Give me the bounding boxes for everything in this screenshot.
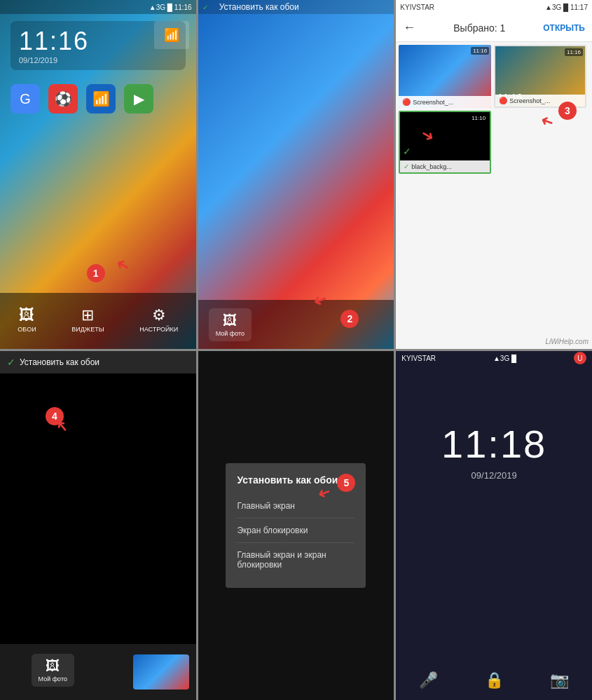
wifi-icon[interactable]: 📶 xyxy=(86,84,116,114)
settings-icon: ⚙ xyxy=(152,306,166,324)
tutorial-grid: ▲3G █ 11:16 11:16 09/12/2019 📶 G ⚽ 📶 ▶ 🖼… xyxy=(0,0,592,700)
carrier-label: KYIVSTAR xyxy=(401,355,436,362)
status-bar-6: KYIVSTAR ▲3G █ U xyxy=(396,351,592,365)
wallpaper-button[interactable]: 🖼 ОБОИ xyxy=(18,306,36,333)
preview-img-4 xyxy=(133,654,189,689)
bottom-bar-4: 🖼 Мой фото ✓ xyxy=(0,644,196,700)
lock-time: 11:18 xyxy=(396,421,592,467)
option-lock[interactable]: Экран блокировки xyxy=(237,519,354,543)
lock-bottom-icons: 🎤 🔒 📷 xyxy=(396,671,592,689)
step-badge-3: 3 xyxy=(558,102,577,120)
wallpaper-icon: 🖼 xyxy=(19,306,34,324)
watermark: LiWiHelp.com xyxy=(545,338,588,345)
settings-label: НАСТРОЙКИ xyxy=(139,326,178,333)
myfoto-label-4: Мой фото xyxy=(39,675,67,682)
open-button[interactable]: ОТКРЫТЬ xyxy=(543,23,585,33)
settings-button[interactable]: ⚙ НАСТРОЙКИ xyxy=(139,306,178,333)
status-bar-2: ✓ Установить как обои xyxy=(198,0,394,14)
cell-dialog: Установить как обои Главный экран Экран … xyxy=(198,351,394,700)
cell-black-preview: ✓ Установить как обои 🖼 Мой фото ✓ 4 ➜ xyxy=(0,351,196,700)
thumb-1[interactable]: 🔴 Screenshot_... 11:16 xyxy=(399,45,491,108)
checkmark-icon: ✓ xyxy=(202,4,208,11)
top-bar-text: Установить как обои xyxy=(219,2,299,12)
step-badge-1: 1 xyxy=(87,264,105,282)
checkmark-4: ✓ xyxy=(7,357,15,368)
widgets-button[interactable]: ⊞ ВИДЖЕТЫ xyxy=(71,306,104,333)
option-both[interactable]: Главный экран и экран блокировки xyxy=(237,543,354,577)
cell-wallpaper-chooser: ✓ Установить как обои 🖼 Мой фото 2 ➜ xyxy=(198,0,394,349)
status-icons-1: ▲3G █ 11:16 xyxy=(149,4,192,11)
clock-date: 09/12/2019 xyxy=(19,56,177,64)
arrow-1: ➜ xyxy=(111,254,133,277)
thumb-time-3: 11:10 xyxy=(469,114,488,122)
wallpaper-label: ОБОИ xyxy=(18,326,36,333)
myfoto-btn-4[interactable]: 🖼 Мой фото xyxy=(32,654,74,687)
bottom-panel-2: 🖼 Мой фото xyxy=(198,300,394,349)
status-icons-3: ▲3G █ 11:17 xyxy=(545,4,588,11)
thumb-label-1: 🔴 Screenshot_... xyxy=(399,96,491,108)
myfoto-button[interactable]: 🖼 Мой фото xyxy=(209,308,252,341)
lock-date: 09/12/2019 xyxy=(396,470,592,481)
camera-icon[interactable]: 📷 xyxy=(550,671,569,689)
pokemon-icon[interactable]: ⚽ xyxy=(48,84,78,114)
bottom-bar: 🖼 ОБОИ ⊞ ВИДЖЕТЫ ⚙ НАСТРОЙКИ xyxy=(0,293,196,349)
cell-lockscreen: KYIVSTAR ▲3G █ U 11:18 09/12/2019 🎤 🔒 📷 xyxy=(396,351,592,700)
gallery-title: Выбрано: 1 xyxy=(453,22,505,34)
thumb-label-3: ✓ black_backg... xyxy=(400,160,490,172)
myfoto-icon: 🖼 xyxy=(223,313,237,329)
top-text-4: Установить как обои xyxy=(20,357,99,367)
wifi-app-icon: 📶 xyxy=(154,21,189,49)
myfoto-label: Мой фото xyxy=(216,330,245,337)
carrier-3: KYIVSTAR xyxy=(400,4,434,11)
app-grid: G ⚽ 📶 ▶ xyxy=(11,84,153,114)
selected-checkmark: ✓ xyxy=(403,146,411,157)
status-icons-6: ▲3G █ xyxy=(493,355,516,362)
widgets-label: ВИДЖЕТЫ xyxy=(71,326,104,333)
option-home[interactable]: Главный экран xyxy=(237,494,354,519)
widgets-icon: ⊞ xyxy=(81,306,94,324)
status-bar-1: ▲3G █ 11:16 xyxy=(0,0,196,14)
google-icon[interactable]: G xyxy=(11,84,40,114)
lock-icon[interactable]: 🔒 xyxy=(485,671,504,689)
cell-homescreen: ▲3G █ 11:16 11:16 09/12/2019 📶 G ⚽ 📶 ▶ 🖼… xyxy=(0,0,196,349)
thumb-time-2: 11:16 xyxy=(565,48,583,56)
clock-time: 11:16 xyxy=(19,27,177,56)
user-avatar: U xyxy=(574,352,586,364)
preview-thumb-4 xyxy=(133,654,189,689)
thumb-2[interactable]: 11:16 🔴 Screenshot_... 11:16 xyxy=(494,45,586,108)
mic-icon[interactable]: 🎤 xyxy=(419,671,438,689)
playmarket-icon[interactable]: ▶ xyxy=(124,84,153,114)
back-button[interactable]: ← xyxy=(403,20,415,35)
myfoto-icon-4: 🖼 xyxy=(46,658,60,674)
status-bar-3: KYIVSTAR ▲3G █ 11:17 xyxy=(396,0,592,14)
top-bar-4: ✓ Установить как обои xyxy=(0,351,196,373)
thumb-3[interactable]: ➜ ✓ ✓ black_backg... 11:10 xyxy=(399,111,491,174)
cell-gallery: KYIVSTAR ▲3G █ 11:17 ← Выбрано: 1 ОТКРЫТ… xyxy=(396,0,592,349)
gallery-toolbar: ← Выбрано: 1 ОТКРЫТЬ xyxy=(396,14,592,42)
thumb-time-1: 11:16 xyxy=(471,47,489,55)
